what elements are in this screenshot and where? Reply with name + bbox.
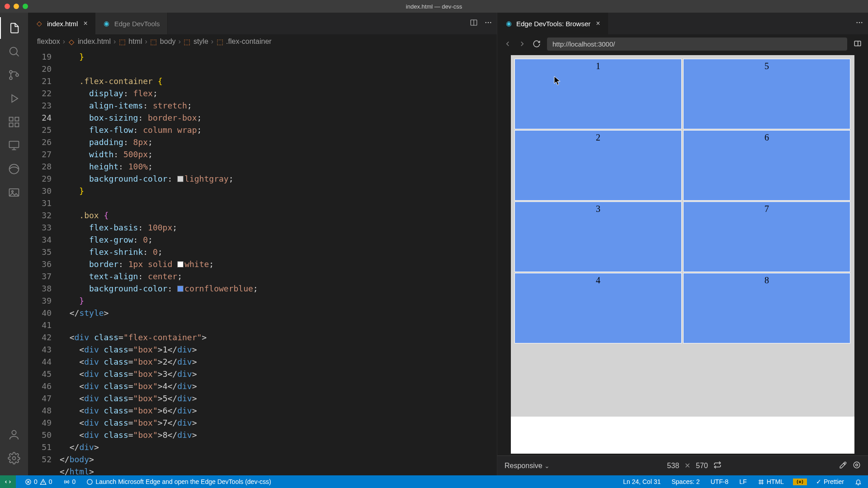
chevron-right-icon: › (63, 38, 65, 46)
tab-label: index.html (47, 20, 78, 28)
line-numbers: 1920212223242526272829303132333435363738… (28, 49, 60, 475)
main: ◇ index.html × ◉ Edge DevTools flexbox ›… (0, 13, 868, 475)
prettier-status[interactable]: ✓Prettier (814, 478, 846, 485)
run-debug-icon[interactable] (3, 88, 25, 109)
account-icon[interactable] (3, 424, 25, 446)
rotate-icon[interactable] (713, 461, 722, 471)
svg-point-23 (856, 464, 858, 466)
editor-tabs: ◇ index.html × ◉ Edge DevTools (28, 13, 497, 34)
breadcrumb-file: ◇index.html (68, 38, 111, 46)
back-icon[interactable] (504, 40, 512, 48)
preview-box: 2 (514, 130, 682, 201)
language-mode[interactable]: HTML (756, 478, 786, 485)
tab-label: Edge DevTools (114, 20, 160, 28)
preview-box: 6 (683, 130, 850, 201)
search-icon[interactable] (3, 41, 25, 62)
svg-point-27 (799, 481, 801, 483)
breadcrumb-selector: ⬚.flex-container (216, 38, 272, 46)
forward-icon[interactable] (518, 40, 526, 48)
images-icon[interactable] (3, 182, 25, 203)
viewport-height[interactable]: 570 (696, 462, 708, 470)
svg-point-13 (13, 457, 16, 460)
svg-point-12 (12, 431, 16, 435)
breadcrumb[interactable]: flexbox › ◇index.html › ⬚html › ⬚body › … (28, 34, 497, 49)
breadcrumb-html: ⬚html (118, 38, 142, 46)
edge-icon: ◉ (103, 19, 111, 28)
maximize-window-button[interactable] (23, 4, 28, 9)
tab-index-html[interactable]: ◇ index.html × (28, 13, 95, 34)
go-live-indicator[interactable] (793, 479, 807, 485)
notifications-icon[interactable] (853, 479, 863, 485)
more-actions-icon[interactable] (855, 19, 863, 28)
settings-icon[interactable] (3, 447, 25, 469)
edge-tools-icon[interactable] (3, 158, 25, 180)
svg-rect-6 (9, 123, 13, 127)
status-bar: 0 0 0 Launch Microsoft Edge and open the… (0, 475, 868, 488)
breadcrumb-style: ⬚style (184, 38, 208, 46)
problems-indicator[interactable]: 0 0 (23, 475, 54, 488)
svg-point-22 (854, 462, 860, 468)
svg-point-19 (859, 22, 860, 23)
svg-point-1 (9, 70, 12, 73)
explorer-icon[interactable] (3, 17, 25, 39)
open-devtools-icon[interactable] (854, 40, 862, 48)
preview-viewport: 12345678 (497, 53, 868, 455)
status-message[interactable]: Launch Microsoft Edge and open the Edge … (85, 475, 273, 488)
close-icon[interactable]: × (83, 19, 87, 28)
svg-point-0 (10, 47, 17, 55)
remote-explorer-icon[interactable] (3, 135, 25, 156)
indentation[interactable]: Spaces: 2 (670, 478, 701, 485)
x-icon: ✕ (684, 461, 690, 470)
ports-indicator[interactable]: 0 (61, 475, 78, 488)
preview-box: 1 (514, 59, 682, 129)
svg-point-18 (856, 22, 858, 23)
eyedropper-icon[interactable] (839, 461, 847, 471)
remote-indicator[interactable] (0, 475, 16, 488)
source-control-icon[interactable] (3, 64, 25, 86)
encoding[interactable]: UTF-8 (709, 478, 731, 485)
code-editor[interactable]: 1920212223242526272829303132333435363738… (28, 49, 497, 475)
svg-point-16 (488, 22, 489, 23)
chevron-right-icon: › (211, 38, 213, 46)
svg-rect-8 (9, 141, 19, 148)
reload-icon[interactable] (533, 40, 541, 48)
split-editor-icon[interactable] (470, 19, 478, 28)
svg-point-17 (490, 22, 491, 23)
close-icon[interactable]: × (596, 19, 600, 28)
svg-point-15 (485, 22, 486, 23)
preview-box: 8 (683, 273, 850, 343)
tab-edge-browser[interactable]: ◉ Edge DevTools: Browser × (497, 13, 608, 34)
window-controls (5, 4, 28, 9)
code-content[interactable]: } .flex-container { display: flex; align… (60, 49, 497, 475)
svg-point-26 (87, 479, 92, 484)
viewport-width[interactable]: 538 (667, 462, 679, 470)
rendered-page[interactable]: 12345678 (511, 55, 854, 454)
more-actions-icon[interactable] (484, 19, 492, 28)
eol[interactable]: LF (737, 478, 748, 485)
html-file-icon: ◇ (35, 19, 43, 28)
svg-rect-7 (15, 123, 19, 127)
preview-box: 3 (514, 202, 682, 272)
activity-bar (0, 13, 28, 475)
close-window-button[interactable] (5, 4, 10, 9)
minimize-window-button[interactable] (14, 4, 19, 9)
svg-point-25 (66, 481, 67, 483)
edge-icon: ◉ (505, 19, 513, 28)
preview-box: 4 (514, 273, 682, 343)
titlebar: index.html — dev-css (0, 0, 868, 13)
tab-actions (470, 13, 492, 34)
svg-rect-4 (9, 117, 13, 121)
chevron-right-icon: › (179, 38, 181, 46)
responsive-mode[interactable]: Responsive (505, 462, 550, 470)
cursor-position[interactable]: Ln 24, Col 31 (621, 478, 662, 485)
url-input[interactable]: http://localhost:3000/ (547, 38, 847, 51)
chevron-right-icon: › (145, 38, 147, 46)
tab-label: Edge DevTools: Browser (516, 20, 590, 28)
inspect-icon[interactable] (853, 461, 861, 471)
breadcrumb-root: flexbox (37, 38, 60, 46)
svg-point-20 (861, 22, 863, 23)
tab-edge-devtools[interactable]: ◉ Edge DevTools (95, 13, 168, 34)
window-title: index.html — dev-css (406, 3, 462, 10)
editor-group: ◇ index.html × ◉ Edge DevTools flexbox ›… (28, 13, 497, 475)
extensions-icon[interactable] (3, 111, 25, 133)
